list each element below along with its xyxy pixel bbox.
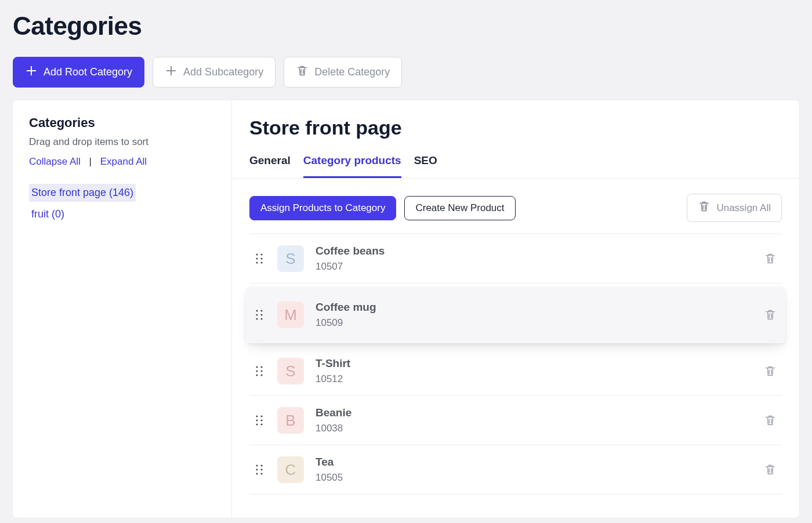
main-panel: Categories Drag and drop items to sort C…	[13, 100, 799, 518]
collapse-all-link[interactable]: Collapse All	[29, 156, 81, 167]
product-id: 10038	[316, 423, 751, 434]
content: Assign Products to Category Create New P…	[232, 179, 799, 518]
main-section: Store front page GeneralCategory product…	[232, 100, 799, 518]
drag-handle-icon[interactable]	[253, 412, 266, 428]
svg-point-19	[260, 415, 262, 417]
svg-point-13	[260, 366, 262, 368]
product-thumbnail: S	[277, 358, 304, 384]
svg-point-15	[260, 370, 262, 372]
product-id: 10507	[316, 261, 751, 273]
svg-point-8	[256, 314, 258, 315]
unassign-all-button[interactable]: Unassign All	[687, 194, 782, 222]
drag-handle-icon[interactable]	[253, 307, 266, 323]
product-name: Tea	[316, 456, 751, 468]
main-header: Store front page GeneralCategory product…	[232, 100, 799, 179]
svg-point-29	[260, 473, 262, 474]
sidebar-heading: Categories	[29, 115, 215, 130]
separator: |	[89, 156, 92, 167]
drag-handle-icon[interactable]	[253, 462, 266, 478]
svg-point-1	[260, 253, 262, 255]
product-info: Coffee beans10507	[316, 245, 751, 273]
product-name: Coffee beans	[316, 245, 751, 257]
product-row[interactable]: MCoffee mug10509	[246, 287, 785, 343]
product-row[interactable]: CTea10505	[249, 445, 782, 495]
svg-point-27	[260, 468, 262, 470]
tree-item[interactable]: fruit (0)	[29, 205, 67, 223]
sidebar-hint: Drag and drop items to sort	[29, 136, 215, 148]
svg-point-26	[256, 468, 258, 470]
add-root-category-button[interactable]: Add Root Category	[13, 57, 144, 88]
tab-seo[interactable]: SEO	[414, 154, 437, 178]
product-row[interactable]: BBeanie10038	[249, 396, 782, 445]
svg-point-12	[256, 366, 258, 368]
drag-handle-icon[interactable]	[253, 250, 266, 267]
tree: Store front page (146)fruit (0)	[29, 184, 215, 227]
product-info: T-Shirt10512	[316, 357, 751, 385]
svg-point-24	[256, 464, 258, 466]
create-product-button[interactable]: Create New Product	[404, 196, 515, 220]
svg-point-17	[260, 374, 262, 376]
sidebar: Categories Drag and drop items to sort C…	[13, 100, 232, 518]
assign-products-label: Assign Products to Category	[260, 202, 385, 214]
product-thumbnail: B	[277, 407, 304, 434]
unassign-all-label: Unassign All	[716, 202, 771, 214]
product-row[interactable]: SCoffee beans10507	[249, 234, 782, 284]
product-list: SCoffee beans10507MCoffee mug10509ST-Shi…	[249, 234, 782, 495]
svg-point-9	[260, 314, 262, 315]
drag-handle-icon[interactable]	[253, 363, 266, 379]
tree-item[interactable]: Store front page (146)	[29, 184, 136, 202]
product-name: T-Shirt	[316, 357, 751, 370]
page-title: Categories	[13, 12, 799, 41]
remove-product-button[interactable]	[762, 307, 778, 323]
product-id: 10505	[316, 472, 751, 484]
remove-product-button[interactable]	[762, 250, 778, 267]
product-info: Coffee mug10509	[316, 301, 751, 329]
plus-icon	[25, 64, 38, 80]
add-root-label: Add Root Category	[44, 66, 132, 78]
delete-category-button[interactable]: Delete Category	[284, 57, 402, 88]
category-title: Store front page	[249, 117, 782, 139]
product-row[interactable]: ST-Shirt10512	[249, 347, 782, 396]
trash-icon	[698, 200, 710, 216]
svg-point-5	[260, 262, 262, 263]
svg-point-25	[260, 464, 262, 466]
svg-point-10	[256, 318, 258, 319]
product-thumbnail: S	[277, 245, 304, 272]
svg-point-28	[256, 473, 258, 474]
plus-icon	[165, 64, 177, 80]
product-info: Tea10505	[316, 456, 751, 484]
assign-products-button[interactable]: Assign Products to Category	[249, 196, 396, 220]
product-thumbnail: C	[277, 456, 304, 483]
tabs: GeneralCategory productsSEO	[232, 154, 799, 179]
product-name: Coffee mug	[316, 301, 751, 314]
tab-general[interactable]: General	[249, 154, 291, 178]
svg-point-7	[260, 310, 262, 311]
add-subcategory-label: Add Subcategory	[183, 66, 263, 78]
svg-point-6	[256, 310, 258, 311]
svg-point-16	[256, 374, 258, 376]
content-actions: Assign Products to Category Create New P…	[249, 194, 782, 234]
product-thumbnail: M	[277, 302, 304, 328]
svg-point-18	[256, 415, 258, 417]
svg-point-4	[256, 262, 258, 263]
product-id: 10509	[316, 317, 751, 329]
svg-point-21	[260, 419, 262, 421]
svg-point-11	[260, 318, 262, 319]
product-name: Beanie	[316, 406, 751, 419]
svg-point-2	[256, 257, 258, 259]
remove-product-button[interactable]	[762, 363, 778, 379]
expand-all-link[interactable]: Expand All	[100, 156, 147, 167]
remove-product-button[interactable]	[762, 412, 778, 428]
add-subcategory-button[interactable]: Add Subcategory	[153, 57, 276, 88]
svg-point-23	[260, 423, 262, 425]
svg-point-20	[256, 419, 258, 421]
svg-point-22	[256, 423, 258, 425]
trash-icon	[296, 64, 309, 80]
product-id: 10512	[316, 373, 751, 385]
tab-category-products[interactable]: Category products	[303, 154, 401, 178]
create-product-label: Create New Product	[415, 202, 504, 214]
toolbar: Add Root Category Add Subcategory Delete…	[13, 57, 799, 88]
svg-point-0	[256, 253, 258, 255]
svg-point-14	[256, 370, 258, 372]
remove-product-button[interactable]	[762, 462, 778, 478]
